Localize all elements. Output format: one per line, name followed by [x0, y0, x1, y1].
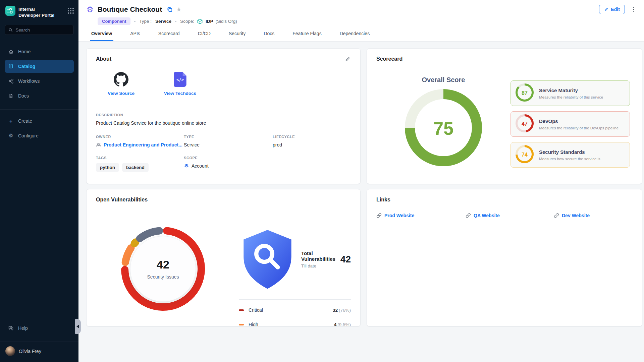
page-header: ⚙ Boutique Checkout ★ Edit Component Ty	[78, 0, 644, 42]
svg-text:</>: </>	[176, 77, 184, 82]
brand-row: Internal Developer Portal	[0, 0, 78, 21]
tab-docs[interactable]: Docs	[262, 31, 276, 41]
brand-title: Internal Developer Portal	[18, 6, 65, 18]
dot-separator	[175, 21, 176, 22]
tags-field: TAGS python backend	[96, 156, 184, 172]
sidebar-item-label: Catalog	[18, 64, 35, 69]
total-vulnerabilities-label: Total Vulnerabilities	[301, 250, 335, 262]
tab-apis[interactable]: APIs	[129, 31, 142, 41]
qa-website-link[interactable]: QA Website	[466, 213, 554, 218]
edit-button[interactable]: Edit	[599, 5, 625, 14]
total-vulnerabilities-row: Total Vulnerabilities Till date 42	[239, 228, 351, 291]
more-options-button[interactable]	[632, 5, 636, 14]
scope-field: SCOPE Account	[184, 156, 273, 172]
tab-overview[interactable]: Overview	[90, 31, 113, 41]
description-value: Product Catalog Service for the boutique…	[96, 120, 351, 126]
tag-chip[interactable]: backend	[122, 163, 149, 172]
tag-chip[interactable]: python	[96, 163, 119, 172]
links-card: Links Prod Website QA Website Dev Websit…	[367, 189, 642, 326]
link-icon	[554, 213, 559, 218]
divider	[96, 104, 351, 104]
divider	[0, 109, 78, 110]
workflows-icon	[8, 78, 14, 84]
kind-badge: Component	[98, 17, 130, 25]
divider	[239, 299, 351, 300]
pencil-icon	[604, 7, 608, 12]
team-icon	[96, 142, 101, 147]
prod-website-link[interactable]: Prod Website	[376, 213, 466, 218]
gear-icon: ⚙	[8, 133, 14, 138]
sidebar-item-help[interactable]: ? Help	[5, 322, 74, 335]
sidebar-nav: Home Catalog Workflows Docs	[0, 45, 78, 104]
sidebar-item-label: Create	[18, 118, 32, 124]
overall-score-value: 75	[405, 89, 482, 168]
page-title: Boutique Checkout	[98, 5, 162, 13]
favorite-star-icon[interactable]: ★	[176, 6, 181, 13]
scorecard-item-devops[interactable]: 47 DevOps Measures the reliability of th…	[511, 111, 630, 137]
sidebar: Internal Developer Portal Home	[0, 0, 78, 362]
description-label: DESCRIPTION	[96, 113, 351, 117]
avatar	[5, 346, 15, 356]
dev-website-link[interactable]: Dev Website	[554, 213, 633, 218]
main-area: ⚙ Boutique Checkout ★ Edit Component Ty	[78, 0, 644, 362]
sidebar-item-configure[interactable]: ⚙ Configure	[5, 129, 74, 142]
vulnerabilities-title: Open Vulnerabilities	[96, 197, 148, 203]
content-grid: About View Source </>	[78, 42, 644, 326]
github-icon	[114, 72, 128, 87]
search-input[interactable]	[15, 27, 70, 33]
links-title: Links	[376, 197, 390, 203]
component-gear-icon: ⚙	[87, 6, 94, 13]
user-profile[interactable]: Olivia Frey	[0, 342, 78, 362]
view-techdocs-link[interactable]: </> View Techdocs	[162, 72, 199, 96]
type-label: Type :	[139, 19, 152, 24]
about-card: About View Source </>	[86, 48, 361, 184]
tab-scorecard[interactable]: Scorecard	[157, 31, 181, 41]
type-value: Service	[155, 19, 171, 24]
security-issues-label: Security Issues	[147, 274, 179, 280]
app-grid-icon[interactable]	[68, 6, 74, 14]
svg-text:?: ?	[10, 326, 11, 328]
scorecard-item-security-standards[interactable]: 74 Security Standards Measures how secur…	[511, 142, 630, 168]
tab-security[interactable]: Security	[227, 31, 247, 41]
overall-score-gauge: 75	[405, 89, 482, 168]
search-icon	[8, 27, 13, 33]
idp-logo-icon	[5, 6, 15, 16]
help-chat-icon: ?	[8, 325, 14, 331]
security-issues-count: 42	[157, 258, 169, 271]
sidebar-item-label: Home	[18, 49, 31, 54]
overall-score-label: Overall Score	[422, 76, 465, 84]
sidebar-item-label: Configure	[18, 133, 39, 138]
total-vulnerabilities-value: 42	[340, 254, 351, 265]
vuln-row-critical: Critical 32(76%)	[239, 303, 351, 317]
severity-dash-icon	[239, 309, 244, 311]
app-root: Internal Developer Portal Home	[0, 0, 644, 362]
severity-dash-icon	[239, 324, 244, 325]
about-edit-button[interactable]	[344, 56, 351, 64]
copy-icon[interactable]	[167, 6, 173, 12]
tab-dependencies[interactable]: Dependencies	[338, 31, 371, 41]
sidebar-item-label: Docs	[18, 93, 29, 99]
sidebar-item-workflows[interactable]: Workflows	[5, 75, 74, 87]
view-source-link[interactable]: View Source	[103, 72, 140, 96]
catalog-book-icon	[8, 64, 14, 69]
sidebar-item-docs[interactable]: Docs	[5, 89, 74, 102]
tab-feature-flags[interactable]: Feature Flags	[291, 31, 323, 41]
docs-file-icon	[8, 93, 14, 99]
type-field: TYPE Service	[184, 135, 273, 147]
sidebar-item-label: Workflows	[18, 78, 40, 84]
tab-cicd[interactable]: CI/CD	[197, 31, 212, 41]
sidebar-search[interactable]	[5, 25, 74, 35]
sidebar-footer-nav: ? Help	[0, 322, 78, 337]
scorecard-card: Scorecard Overall Score 75	[367, 48, 642, 184]
sidebar-actions: + Create ⚙ Configure	[0, 115, 78, 144]
scorecard-item-service-maturity[interactable]: 87 Service Maturity Measures the reliabi…	[511, 80, 630, 106]
owner-link[interactable]: Product Engineering and Product...	[104, 142, 182, 147]
techdocs-icon: </>	[174, 72, 186, 87]
sidebar-item-create[interactable]: + Create	[5, 115, 74, 127]
sidebar-item-home[interactable]: Home	[5, 45, 74, 58]
scope-value: IDP	[206, 19, 213, 24]
sidebar-collapse-handle[interactable]	[75, 319, 81, 334]
lifecycle-field: LIFECYCLE prod	[273, 135, 351, 147]
link-icon	[376, 213, 382, 218]
sidebar-item-catalog[interactable]: Catalog	[5, 60, 74, 73]
